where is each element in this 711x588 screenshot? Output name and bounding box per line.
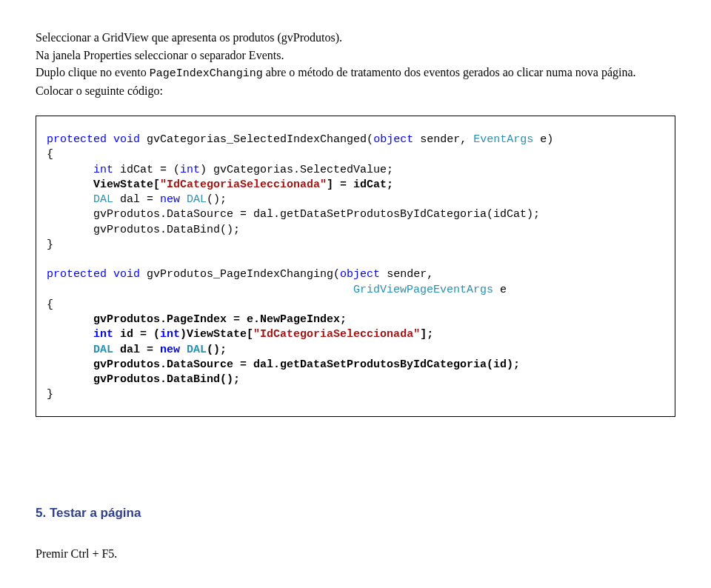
intro-line-3: Duplo clique no evento PageIndexChanging… xyxy=(36,64,675,81)
brace-open-1: { xyxy=(47,148,53,161)
kw-protected: protected xyxy=(47,133,107,146)
kw-int-4: int xyxy=(160,328,180,341)
intro-paragraphs: Seleccionar a GridView que apresenta os … xyxy=(36,30,675,99)
m1-l2a: ViewState[ xyxy=(93,178,160,191)
m2-b2a: id = ( xyxy=(113,328,160,341)
type-dal-1: DAL xyxy=(93,193,113,206)
m2-name: gvProdutos_PageIndexChanging( xyxy=(147,268,340,281)
intro-line-3b: abre o método de tratamento dos eventos … xyxy=(263,66,636,78)
kw-int-3: int xyxy=(93,328,113,341)
m1-l1b: ) gvCategorias.SelectedValue; xyxy=(200,164,393,176)
type-eventargs: EventArgs xyxy=(473,133,533,146)
m1-l1a: idCat = ( xyxy=(113,164,180,176)
m2-b5: gvProdutos.DataBind(); xyxy=(93,373,240,386)
m1-l3a: dal = xyxy=(113,193,160,206)
kw-protected-2: protected xyxy=(47,268,107,281)
kw-int-1: int xyxy=(93,164,113,176)
m2-b1: gvProdutos.PageIndex = e.NewPageIndex; xyxy=(93,313,347,326)
intro-line-1: Seleccionar a GridView que apresenta os … xyxy=(36,30,675,46)
m1-name: gvCategorias_SelectedIndexChanged( xyxy=(147,133,373,146)
m2-b2b: )ViewState[ xyxy=(180,328,253,341)
brace-open-2: { xyxy=(47,298,53,311)
m2-b2-str: "IdCategoriaSeleccionada" xyxy=(253,328,420,341)
brace-close-1: } xyxy=(47,238,53,251)
m1-sender: sender, xyxy=(413,133,473,146)
m1-l2b: ] = idCat; xyxy=(327,178,393,191)
kw-void: void xyxy=(113,133,140,146)
kw-object-2: object xyxy=(340,268,380,281)
type-dal-4: DAL xyxy=(187,344,207,356)
m2-b3a: dal = xyxy=(113,344,160,356)
kw-object-1: object xyxy=(373,133,413,146)
type-dal-2: DAL xyxy=(187,193,207,206)
m2-b3b: (); xyxy=(207,344,227,356)
intro-line-4: Colocar o seguinte código: xyxy=(36,83,675,99)
intro-line-3a: Duplo clique no evento xyxy=(36,66,150,78)
m1-l4: gvProdutos.DataSource = dal.getDataSetPr… xyxy=(93,208,540,221)
m2-b2c: ]; xyxy=(420,328,433,341)
closing-text: Premir Ctrl + F5. xyxy=(36,547,675,561)
m2-e: e xyxy=(493,284,507,296)
m1-l2-str: "IdCategoriaSeleccionada" xyxy=(160,178,327,191)
type-gvpev: GridViewPageEventArgs xyxy=(353,284,493,296)
type-dal-3: DAL xyxy=(93,344,113,356)
m2-b4: gvProdutos.DataSource = dal.getDataSetPr… xyxy=(93,358,520,371)
intro-line-2: Na janela Properties seleccionar o separ… xyxy=(36,47,675,64)
intro-line-3-mono: PageIndexChanging xyxy=(150,67,263,80)
m1-close: e) xyxy=(533,133,553,146)
m1-l3b: (); xyxy=(207,193,227,206)
kw-new-2: new xyxy=(160,344,180,356)
code-box: protected void gvCategorias_SelectedInde… xyxy=(36,116,675,417)
brace-close-2: } xyxy=(47,388,53,401)
section-heading: 5. Testar a página xyxy=(36,506,675,521)
kw-new-1: new xyxy=(160,193,180,206)
m2-sender: sender, xyxy=(380,268,433,281)
kw-void-2: void xyxy=(113,268,140,281)
kw-int-2: int xyxy=(180,164,200,176)
m1-l5: gvProdutos.DataBind(); xyxy=(93,224,240,236)
